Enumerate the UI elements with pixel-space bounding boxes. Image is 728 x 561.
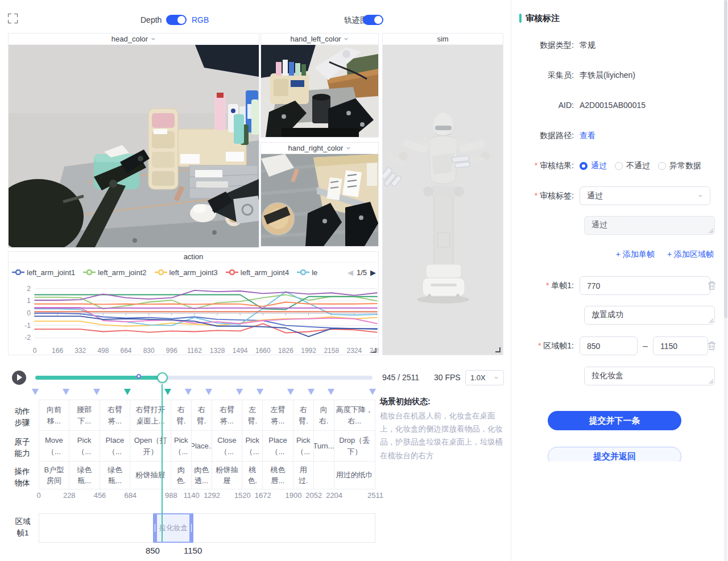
table-cell[interactable]: 绿色瓶...: [100, 461, 131, 489]
region-start-input[interactable]: 850: [580, 336, 638, 355]
table-cell[interactable]: Place..: [192, 430, 212, 461]
legend-label: left_arm_joint1: [27, 268, 75, 277]
region-note-textarea[interactable]: 拉化妆盒: [584, 367, 715, 385]
table-cell[interactable]: 高度下降，右...: [334, 400, 375, 430]
table-cell[interactable]: B户型房间: [39, 461, 69, 489]
fullscreen-icon[interactable]: [8, 14, 18, 23]
speed-value: 1.0X: [470, 373, 486, 382]
table-cell[interactable]: Pick（...: [69, 430, 100, 461]
table-cell[interactable]: 用过的纸巾: [334, 461, 375, 489]
table-cell[interactable]: 向前移...: [39, 400, 69, 430]
table-cell[interactable]: Place（...: [263, 430, 293, 461]
table-cell[interactable]: 肉色透...: [192, 461, 212, 489]
timeline-marker[interactable]: [205, 389, 212, 395]
region-frame-track[interactable]: 拉化妆盒: [39, 513, 375, 543]
play-button[interactable]: [12, 371, 26, 385]
timeline-marker[interactable]: [236, 389, 243, 395]
radio-icon: [580, 162, 588, 170]
table-cell[interactable]: 腰部下...: [69, 400, 100, 430]
delete-single-frame-icon[interactable]: [708, 281, 716, 290]
single-frame-input[interactable]: 770: [580, 276, 710, 295]
table-cell[interactable]: 右臂.: [293, 400, 314, 430]
table-cell[interactable]: 粉饼抽屉: [212, 461, 243, 489]
table-cell[interactable]: 用过.: [293, 461, 314, 489]
table-cell[interactable]: 向右.: [314, 400, 334, 430]
timeline-marker[interactable]: [63, 389, 69, 395]
action-chart-panel: action left_arm_joint1left_arm_joint2lef…: [8, 251, 379, 355]
scrollbar-thumb[interactable]: [724, 0, 727, 318]
legend-item[interactable]: left_arm_joint2: [83, 268, 146, 277]
table-cell[interactable]: 右臂将...: [212, 400, 243, 430]
table-cell[interactable]: [314, 461, 334, 489]
table-cell[interactable]: Pick（...: [242, 430, 263, 461]
legend-item[interactable]: le: [297, 268, 317, 277]
review-tag-label: 审核标签:: [516, 191, 574, 201]
sim-resize-handle[interactable]: [495, 347, 500, 352]
table-cell[interactable]: 桃色.: [242, 461, 263, 489]
table-cell[interactable]: 左臂将...: [263, 400, 293, 430]
timeline-marker[interactable]: [32, 389, 39, 395]
table-cell[interactable]: Move（...: [39, 430, 69, 461]
timeline-marker[interactable]: [287, 389, 294, 395]
table-cell[interactable]: 右臂将...: [100, 400, 131, 430]
legend-item[interactable]: left_arm_joint4: [226, 268, 289, 277]
table-cell[interactable]: 肉色.: [171, 461, 192, 489]
timeline-marker[interactable]: [164, 389, 171, 395]
table-cell[interactable]: Pick（...: [171, 430, 192, 461]
delete-region-frame-icon[interactable]: [708, 341, 716, 351]
radio-option-abnormal[interactable]: 异常数据: [658, 161, 701, 171]
table-cell[interactable]: Close（...: [212, 430, 243, 461]
table-cell[interactable]: 右臂.: [192, 400, 212, 430]
table-cell[interactable]: Turn...: [314, 430, 334, 461]
region-end-input[interactable]: 1150: [653, 336, 708, 355]
timeline-marker[interactable]: [93, 389, 100, 395]
axis-tick-label: 2511: [367, 491, 383, 500]
trajectory-toggle[interactable]: [363, 15, 383, 25]
timeline-marker[interactable]: [185, 389, 192, 395]
svg-text:1162: 1162: [187, 347, 202, 355]
head-camera-header[interactable]: head_color: [9, 34, 259, 45]
data-path-view-link[interactable]: 查看: [580, 131, 595, 141]
table-cell[interactable]: 右臂.: [171, 400, 192, 430]
add-single-frame-link[interactable]: + 添加单帧: [616, 250, 655, 260]
table-cell[interactable]: Place（...: [100, 430, 131, 461]
table-cell[interactable]: 桃色唇...: [263, 461, 293, 489]
slider-handle[interactable]: [157, 372, 168, 383]
table-cell[interactable]: 右臂打开桌面上...: [130, 400, 171, 430]
review-tag-select[interactable]: 通过: [580, 186, 710, 205]
fps-label: 30 FPS: [434, 373, 461, 382]
hand-left-camera-header[interactable]: hand_left_color: [261, 34, 378, 45]
legend-next-icon[interactable]: ▶: [370, 269, 376, 276]
submit-next-button[interactable]: 提交并下一条: [548, 411, 681, 430]
radio-option-fail[interactable]: 不通过: [615, 161, 650, 171]
timeline-marker[interactable]: [124, 389, 131, 395]
add-region-frame-link[interactable]: + 添加区域帧: [667, 250, 714, 260]
timeline-marker[interactable]: [257, 389, 263, 395]
region-right-handle[interactable]: [189, 514, 193, 542]
timeline-marker[interactable]: [369, 389, 376, 395]
table-cell[interactable]: 左臂.: [242, 400, 263, 430]
depth-rgb-toggle[interactable]: [166, 15, 187, 25]
legend-prev-icon[interactable]: ◀: [348, 269, 353, 276]
legend-item[interactable]: left_arm_joint3: [155, 268, 218, 277]
single-frame-dot[interactable]: [136, 374, 141, 379]
region-selection[interactable]: 拉化妆盒: [153, 513, 193, 543]
action-line-chart[interactable]: 210-1-2016633249866483099611621328149416…: [9, 279, 378, 355]
table-cell[interactable]: Drop（丢下）: [334, 430, 375, 461]
playback-slider[interactable]: [35, 376, 373, 380]
timeline-marker[interactable]: [328, 389, 334, 395]
sim-viewport[interactable]: [383, 45, 503, 355]
table-cell[interactable]: 粉饼抽屉: [130, 461, 171, 489]
single-frame-note-textarea[interactable]: 放置成功: [584, 306, 715, 325]
table-cell[interactable]: Open（打开）: [130, 430, 171, 461]
hand-right-camera-header[interactable]: hand_right_color: [261, 143, 378, 154]
radio-option-pass[interactable]: 通过: [580, 161, 607, 171]
chart-resize-handle[interactable]: [371, 348, 377, 353]
table-cell[interactable]: Pick（...: [293, 430, 314, 461]
timeline-marker[interactable]: [308, 389, 315, 395]
submit-back-button[interactable]: 提交并返回: [548, 447, 681, 462]
table-cell[interactable]: 绿色瓶...: [69, 461, 100, 489]
legend-item[interactable]: left_arm_joint1: [12, 268, 75, 277]
region-left-handle[interactable]: [153, 514, 157, 542]
speed-select[interactable]: 1.0X: [465, 370, 504, 385]
